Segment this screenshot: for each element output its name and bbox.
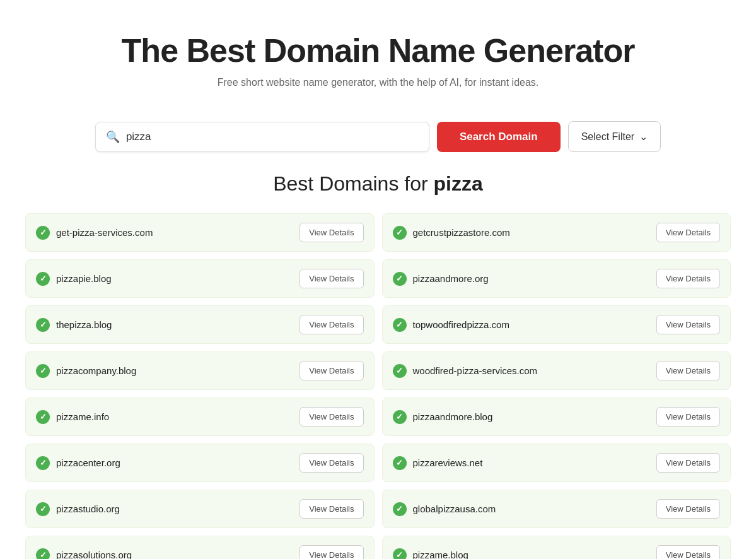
available-icon xyxy=(393,548,407,560)
domain-left: pizzame.info xyxy=(36,410,109,424)
results-keyword: pizza xyxy=(434,172,483,195)
domain-name: topwoodfiredpizza.com xyxy=(413,319,509,330)
domain-left: pizzareviews.net xyxy=(393,456,483,470)
domain-name: pizzaandmore.org xyxy=(413,273,489,284)
view-details-button[interactable]: View Details xyxy=(656,269,720,288)
view-details-button[interactable]: View Details xyxy=(299,499,363,519)
domain-item-left: pizzame.info View Details xyxy=(25,397,375,436)
domain-name: pizzacompany.blog xyxy=(56,365,136,376)
view-details-button[interactable]: View Details xyxy=(656,223,720,242)
available-icon xyxy=(36,548,50,560)
domain-name: pizzapie.blog xyxy=(56,273,112,284)
available-icon xyxy=(36,364,50,378)
view-details-button[interactable]: View Details xyxy=(656,499,720,519)
domain-item-right: pizzame.blog View Details xyxy=(382,536,731,559)
view-details-button[interactable]: View Details xyxy=(299,407,363,427)
view-details-button[interactable]: View Details xyxy=(299,315,363,334)
results-section: Best Domains for pizza get-pizza-service… xyxy=(25,172,731,559)
domain-name: thepizza.blog xyxy=(56,319,112,330)
search-section: 🔍 Search Domain Select Filter ⌄ xyxy=(95,121,662,152)
available-icon xyxy=(36,456,50,470)
search-box: 🔍 xyxy=(95,122,429,152)
domain-left: get-pizza-services.com xyxy=(36,226,153,240)
chevron-down-icon: ⌄ xyxy=(639,131,648,143)
view-details-button[interactable]: View Details xyxy=(656,361,720,380)
view-details-button[interactable]: View Details xyxy=(656,315,720,334)
view-details-button[interactable]: View Details xyxy=(299,269,363,288)
available-icon xyxy=(393,410,407,424)
available-icon xyxy=(393,318,407,332)
domain-name: pizzame.blog xyxy=(413,550,468,559)
domain-item-right: woodfired-pizza-services.com View Detail… xyxy=(382,351,731,390)
domain-item-right: getcrustpizzastore.com View Details xyxy=(382,213,731,252)
results-title: Best Domains for pizza xyxy=(25,172,731,196)
domain-left: globalpizzausa.com xyxy=(393,502,496,516)
view-details-button[interactable]: View Details xyxy=(656,453,720,473)
domain-name: woodfired-pizza-services.com xyxy=(413,365,538,376)
available-icon xyxy=(36,410,50,424)
domain-name: pizzame.info xyxy=(56,411,109,422)
view-details-button[interactable]: View Details xyxy=(299,223,363,242)
available-icon xyxy=(393,226,407,240)
search-domain-button[interactable]: Search Domain xyxy=(437,122,561,152)
domain-item-left: pizzacenter.org View Details xyxy=(25,444,375,482)
domain-name: pizzaandmore.blog xyxy=(413,411,493,422)
domain-left: pizzasolutions.org xyxy=(36,548,132,560)
available-icon xyxy=(393,272,407,286)
domain-name: get-pizza-services.com xyxy=(56,227,153,238)
available-icon xyxy=(393,502,407,516)
domain-name: getcrustpizzastore.com xyxy=(413,227,510,238)
search-icon: 🔍 xyxy=(106,130,120,144)
domain-item-right: globalpizzausa.com View Details xyxy=(382,490,731,528)
domain-item-left: get-pizza-services.com View Details xyxy=(25,213,375,252)
domain-item-right: pizzareviews.net View Details xyxy=(382,444,731,482)
view-details-button[interactable]: View Details xyxy=(299,361,363,380)
domain-left: pizzacenter.org xyxy=(36,456,120,470)
view-details-button[interactable]: View Details xyxy=(656,407,720,427)
domain-item-left: pizzapie.blog View Details xyxy=(25,259,375,298)
available-icon xyxy=(36,318,50,332)
available-icon xyxy=(393,456,407,470)
domain-item-left: pizzasolutions.org View Details xyxy=(25,536,375,559)
domain-item-right: topwoodfiredpizza.com View Details xyxy=(382,305,731,344)
domain-name: pizzastudio.org xyxy=(56,503,120,514)
available-icon xyxy=(36,502,50,516)
domain-name: pizzacenter.org xyxy=(56,457,120,468)
search-input[interactable] xyxy=(126,131,419,143)
view-details-button[interactable]: View Details xyxy=(656,545,720,559)
domain-left: pizzaandmore.blog xyxy=(393,410,493,424)
domain-left: pizzacompany.blog xyxy=(36,364,136,378)
available-icon xyxy=(36,272,50,286)
page-title: The Best Domain Name Generator xyxy=(25,32,731,69)
domain-name: pizzasolutions.org xyxy=(56,550,132,559)
available-icon xyxy=(36,226,50,240)
domain-left: pizzastudio.org xyxy=(36,502,120,516)
domain-left: woodfired-pizza-services.com xyxy=(393,364,538,378)
view-details-button[interactable]: View Details xyxy=(299,453,363,473)
domain-item-left: thepizza.blog View Details xyxy=(25,305,375,344)
domain-left: thepizza.blog xyxy=(36,318,112,332)
domain-item-right: pizzaandmore.blog View Details xyxy=(382,397,731,436)
domain-left: pizzame.blog xyxy=(393,548,468,560)
page-subtitle: Free short website name generator, with … xyxy=(25,77,731,88)
select-filter-button[interactable]: Select Filter ⌄ xyxy=(568,121,661,152)
results-title-prefix: Best Domains for xyxy=(273,172,433,195)
domain-left: pizzapie.blog xyxy=(36,272,112,286)
domain-item-left: pizzacompany.blog View Details xyxy=(25,351,375,390)
available-icon xyxy=(393,364,407,378)
header: The Best Domain Name Generator Free shor… xyxy=(25,13,731,101)
filter-label: Select Filter xyxy=(581,131,634,143)
domain-item-right: pizzaandmore.org View Details xyxy=(382,259,731,298)
results-grid: get-pizza-services.com View Details getc… xyxy=(25,213,731,559)
domain-name: pizzareviews.net xyxy=(413,457,483,468)
domain-left: getcrustpizzastore.com xyxy=(393,226,510,240)
domain-left: topwoodfiredpizza.com xyxy=(393,318,509,332)
domain-item-left: pizzastudio.org View Details xyxy=(25,490,375,528)
domain-left: pizzaandmore.org xyxy=(393,272,489,286)
view-details-button[interactable]: View Details xyxy=(299,545,363,559)
domain-name: globalpizzausa.com xyxy=(413,503,496,514)
